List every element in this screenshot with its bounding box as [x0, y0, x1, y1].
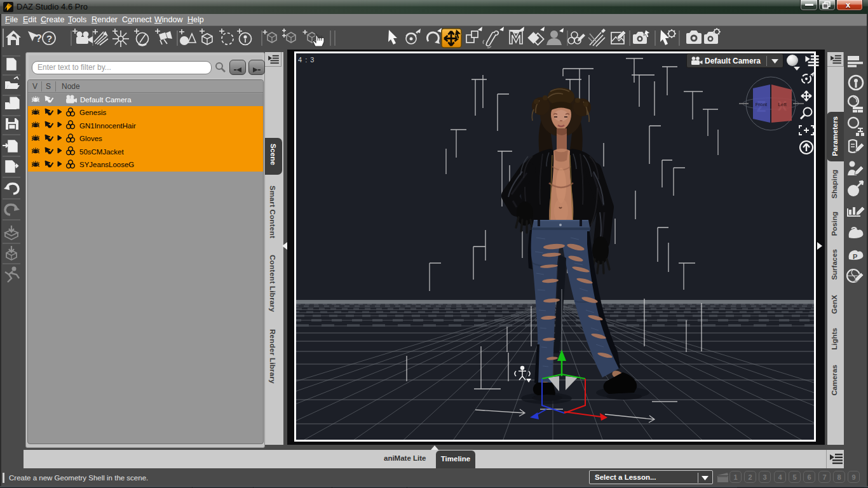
svg-text:Left: Left	[778, 102, 787, 107]
svg-text:Front: Front	[756, 102, 768, 107]
svg-text:?: ?	[46, 33, 52, 44]
svg-text:P: P	[853, 253, 857, 261]
svg-text:?: ?	[36, 33, 42, 44]
